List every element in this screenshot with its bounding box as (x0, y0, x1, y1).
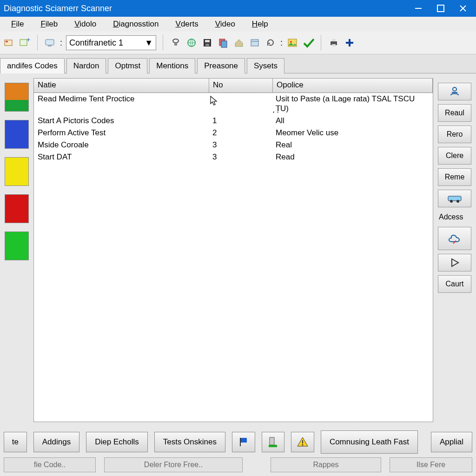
tool-window-icon[interactable] (249, 37, 261, 49)
toolbar-colon: : (280, 38, 283, 48)
tab-optmst[interactable]: Optmst (108, 58, 147, 73)
btn-device-icon[interactable] (262, 432, 285, 452)
right-reme-button[interactable]: Reme (438, 168, 471, 186)
btn-ilse-fere[interactable]: Ilse Fere (390, 457, 472, 472)
btn-rappes[interactable]: Rappes (271, 457, 381, 472)
right-user-button[interactable] (438, 83, 471, 100)
right-caurt-button[interactable]: Caurt (438, 275, 471, 293)
menu-fileb[interactable]: Fileb (40, 20, 58, 29)
minimize-button[interactable] (409, 2, 428, 14)
close-button[interactable] (454, 2, 472, 14)
cell-desc: Usit to Paste (a lLage rata) TSAL TSCU ̦… (272, 93, 433, 115)
cell-no: 2 (209, 127, 272, 139)
table-row[interactable]: Read Medime Tent Proctice Usit to Paste … (34, 93, 433, 115)
bottom-button-row-1: te Addings Diep Echolls Tests Onskines C… (0, 427, 476, 457)
btn-comnusing-leath-fast[interactable]: Comnusing Leath Fast (321, 430, 418, 454)
tool-print-icon[interactable] (328, 37, 340, 49)
svg-point-31 (456, 200, 459, 203)
tab-preasone[interactable]: Preasone (197, 58, 245, 73)
svg-point-27 (453, 87, 456, 91)
bottom-button-row-2: fie Code.. Deler Ftore Free.. Rappes Ils… (0, 457, 476, 476)
btn-deler-ftore-free[interactable]: Deler Ftore Free.. (104, 457, 243, 472)
cell-desc: Meomer Velic use (272, 127, 433, 139)
right-cloud-button[interactable] (438, 227, 471, 250)
btn-addings[interactable]: Addings (33, 432, 79, 452)
thumb-2[interactable] (5, 120, 29, 149)
svg-rect-34 (270, 437, 274, 445)
btn-warning-icon[interactable] (291, 432, 314, 452)
tool-globe-icon[interactable] (185, 37, 198, 49)
svg-point-37 (302, 444, 304, 446)
btn-fie-code[interactable]: fie Code.. (4, 457, 96, 472)
tool-check-icon[interactable] (302, 37, 314, 49)
right-adcess-label: Adcess (438, 211, 471, 223)
svg-rect-24 (332, 44, 336, 46)
thumb-5[interactable] (5, 231, 29, 260)
profile-combo[interactable]: Contifranetic 1 ▼ (66, 35, 156, 50)
table-row[interactable]: Start DAT 3 Read (34, 151, 433, 163)
btn-te[interactable]: te (4, 432, 27, 452)
svg-rect-32 (240, 438, 247, 443)
tool-new-icon[interactable] (3, 37, 15, 49)
right-rero-button[interactable]: Rero (438, 126, 471, 143)
cell-name: Read Medime Tent Proctice (34, 93, 209, 115)
table-row[interactable]: Start A Pictoris Codes 1 All (34, 115, 433, 127)
tool-device-icon[interactable] (44, 37, 56, 49)
svg-point-21 (290, 41, 292, 43)
thumb-3[interactable] (5, 157, 29, 186)
svg-rect-5 (6, 41, 8, 42)
menu-vidolo[interactable]: Vidolo (74, 20, 96, 29)
svg-rect-35 (269, 445, 277, 447)
svg-rect-29 (448, 196, 461, 201)
svg-rect-17 (221, 41, 227, 47)
menu-vderts[interactable]: Vderts (176, 20, 198, 29)
tab-nardon[interactable]: Nardon (66, 58, 106, 73)
tool-refresh-icon[interactable] (264, 37, 277, 49)
table-row[interactable]: Perform Active Test 2 Meomer Velic use (34, 127, 433, 139)
svg-rect-18 (251, 40, 258, 46)
svg-rect-1 (437, 5, 444, 12)
tool-add-icon[interactable]: + (19, 37, 31, 49)
thumb-4[interactable] (5, 194, 29, 223)
table-header-row: Natie No Opolice (34, 79, 433, 93)
cell-desc: All (272, 115, 433, 127)
tab-mentions[interactable]: Mentions (149, 58, 195, 73)
svg-rect-23 (332, 39, 336, 41)
btn-diep-echolls[interactable]: Diep Echolls (86, 432, 148, 452)
btn-applial[interactable]: Applial (431, 432, 472, 452)
tab-codes[interactable]: andifes Codes (0, 58, 65, 73)
tabbar: andifes Codes Nardon Optmst Mentions Pre… (0, 54, 476, 73)
cell-no: 3 (209, 139, 272, 151)
toolbar: + : Contifranetic 1 ▼ : (0, 32, 476, 54)
right-car-button[interactable] (438, 190, 471, 207)
col-opolice[interactable]: Opolice (273, 79, 433, 93)
menu-video[interactable]: Video (215, 20, 235, 29)
table-row[interactable]: Mside Coroale 3 Real (34, 139, 433, 151)
tool-image-icon[interactable] (286, 37, 298, 49)
maximize-button[interactable] (431, 2, 450, 14)
tool-stamp-icon[interactable] (170, 37, 182, 49)
btn-flag-icon[interactable] (232, 432, 255, 452)
menu-diagnosstion[interactable]: Diagnosstion (113, 20, 159, 29)
cell-name: Mside Coroale (34, 139, 209, 151)
svg-rect-8 (46, 40, 54, 45)
thumb-1[interactable] (5, 83, 29, 112)
titlebar: Diagnostic Sciamerr Scanner (0, 0, 476, 17)
tool-home-icon[interactable] (233, 37, 245, 49)
menu-help[interactable]: Help (252, 20, 268, 29)
combo-label: : (60, 38, 62, 48)
btn-tests-onskines[interactable]: Tests Onskines (154, 432, 225, 452)
menu-file[interactable]: File (11, 20, 24, 29)
tool-save-icon[interactable] (201, 37, 213, 49)
right-clere-button[interactable]: Clere (438, 147, 471, 165)
col-no[interactable]: No (209, 79, 273, 93)
right-reaul-button[interactable]: Reaul (438, 104, 471, 122)
tool-copy-icon[interactable] (217, 37, 229, 49)
svg-point-10 (173, 39, 178, 43)
tool-plus-icon[interactable] (344, 37, 356, 49)
col-natie[interactable]: Natie (34, 79, 209, 93)
tab-sysets[interactable]: Sysets (247, 58, 284, 73)
right-play-button[interactable] (438, 254, 471, 271)
main-body: Natie No Opolice Read Medime Tent Procti… (0, 73, 476, 427)
svg-point-30 (450, 200, 453, 203)
